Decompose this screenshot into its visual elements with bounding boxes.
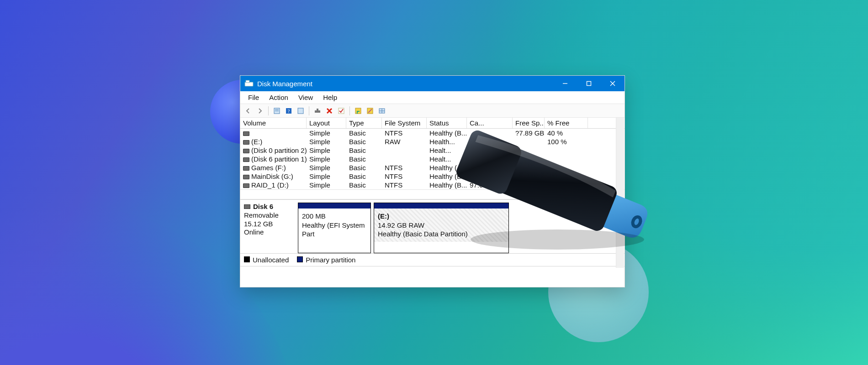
cell-layout: Simple (307, 146, 346, 154)
grid-icon[interactable] (377, 106, 387, 116)
partition-label: (E:) (378, 212, 389, 220)
cell-status: Healthy (... (427, 164, 467, 172)
cell-type: Basic (346, 155, 382, 163)
col-layout[interactable]: Layout (307, 118, 346, 128)
volume-name: RAID_1 (D:) (251, 181, 289, 189)
menu-bar: File Action View Help (240, 91, 625, 104)
connect-icon[interactable] (312, 106, 323, 116)
checklist-icon[interactable] (336, 106, 346, 116)
swatch-primary (297, 256, 303, 262)
cell-status: Healt... (427, 146, 467, 154)
cell-status: Healthy (B... (427, 172, 467, 180)
col-capacity[interactable]: Ca... (467, 118, 513, 128)
volume-icon (243, 131, 249, 136)
menu-file[interactable]: File (243, 94, 264, 101)
col-type[interactable]: Type (346, 118, 382, 128)
back-icon[interactable] (243, 106, 253, 116)
cell-type: Basic (346, 181, 382, 189)
svg-rect-11 (298, 108, 303, 114)
col-volume[interactable]: Volume (240, 118, 307, 128)
volume-list: Volume Layout Type File System Status Ca… (240, 118, 625, 189)
volume-name: (Disk 0 partition 2) (251, 146, 307, 154)
new-icon[interactable] (353, 106, 363, 116)
table-row[interactable]: SimpleBasicNTFSHealthy (B...?7.89 GB40 % (240, 129, 625, 137)
table-row[interactable]: (E:)SimpleBasicRAWHealth...100 % (240, 137, 625, 146)
cell-layout: Simple (307, 164, 346, 172)
partition-status: Healthy (EFI System Part (302, 221, 367, 239)
legend-unallocated: Unallocated (253, 256, 289, 264)
cell-type: Basic (346, 138, 382, 146)
cell-fs: NTFS (382, 172, 427, 180)
cell-status: Healt... (427, 155, 467, 163)
cell-fs: NTFS (382, 164, 427, 172)
svg-point-23 (631, 216, 642, 228)
volume-icon (243, 140, 249, 145)
properties-icon[interactable] (272, 106, 282, 116)
disk-state: Online (244, 228, 295, 237)
status-bar (240, 266, 625, 275)
delete-icon[interactable] (324, 106, 334, 116)
volume-name: MainDisk (G:) (251, 172, 293, 180)
cell-status: Healthy (B... (427, 129, 467, 137)
cell-type: Basic (346, 164, 382, 172)
cell-fs: NTFS (382, 129, 427, 137)
disk-size: 15.12 GB (244, 220, 295, 229)
help-icon[interactable]: ? (284, 106, 294, 116)
table-row[interactable]: (Disk 6 partition 1)SimpleBasicHealt... (240, 155, 625, 163)
titlebar[interactable]: Disk Management (240, 76, 625, 91)
maximize-button[interactable] (577, 76, 601, 91)
partition-size: 200 MB (302, 212, 367, 221)
close-button[interactable] (601, 76, 625, 91)
table-row[interactable]: Games (F:)SimpleBasicNTFSHealthy (... (240, 163, 625, 172)
volume-icon (243, 157, 249, 162)
window-title: Disk Management (257, 80, 312, 88)
svg-rect-13 (317, 109, 318, 111)
vertical-scrollbar[interactable] (616, 118, 624, 268)
partition-2[interactable]: (E:) 14.92 GB RAW Healthy (Basic Data Pa… (374, 203, 509, 253)
volume-icon (243, 175, 249, 179)
cell-fs: NTFS (382, 181, 427, 189)
swatch-unallocated (244, 256, 250, 262)
col-filesystem[interactable]: File System (382, 118, 427, 128)
disk-kind: Removable (244, 211, 295, 220)
volume-name: (Disk 6 partition 1) (251, 155, 307, 163)
table-row[interactable]: (Disk 0 partition 2)SimpleBasicHealt... (240, 146, 625, 155)
cell-free: ?7.89 GB (513, 129, 545, 137)
col-status[interactable]: Status (427, 118, 467, 128)
cell-layout: Simple (307, 172, 346, 180)
legend: Unallocated Primary partition (240, 253, 625, 266)
volume-list-header[interactable]: Volume Layout Type File System Status Ca… (240, 118, 625, 129)
disk-info[interactable]: Disk 6 Removable 15.12 GB Online (244, 203, 295, 253)
partition-size: 14.92 GB RAW (378, 221, 505, 230)
menu-action[interactable]: Action (264, 94, 293, 101)
svg-rect-3 (587, 82, 591, 86)
table-row[interactable]: MainDisk (G:)SimpleBasicNTFSHealthy (B..… (240, 172, 625, 181)
forward-icon[interactable] (255, 106, 265, 116)
volume-name: Games (F:) (251, 164, 286, 172)
col-free-space[interactable]: Free Sp... (513, 118, 545, 128)
legend-primary: Primary partition (306, 256, 355, 264)
partition-status: Healthy (Basic Data Partition) (378, 229, 505, 239)
menu-view[interactable]: View (293, 94, 318, 101)
col-pct-free[interactable]: % Free (545, 118, 588, 128)
cell-layout: Simple (307, 155, 346, 163)
cell-status: Healthy (B... (427, 181, 467, 189)
cell-type: Basic (346, 146, 382, 154)
minimize-button[interactable] (553, 76, 577, 91)
volume-icon (243, 149, 249, 153)
app-icon (244, 80, 254, 87)
refresh-icon[interactable] (296, 106, 306, 116)
volume-name: (E:) (251, 138, 262, 146)
cell-layout: Simple (307, 129, 346, 137)
cell-type: Basic (346, 172, 382, 180)
cell-fs: RAW (382, 138, 427, 146)
table-row[interactable]: RAID_1 (D:)SimpleBasicNTFSHealthy (B...9… (240, 181, 625, 189)
svg-rect-1 (246, 80, 249, 83)
cell-type: Basic (346, 129, 382, 137)
edit-icon[interactable] (365, 106, 375, 116)
disk-label: Disk 6 (253, 203, 273, 210)
cell-pct: 40 % (545, 129, 588, 137)
menu-help[interactable]: Help (318, 94, 342, 101)
disk-icon (244, 204, 250, 209)
partition-1[interactable]: 200 MB Healthy (EFI System Part (298, 203, 371, 253)
